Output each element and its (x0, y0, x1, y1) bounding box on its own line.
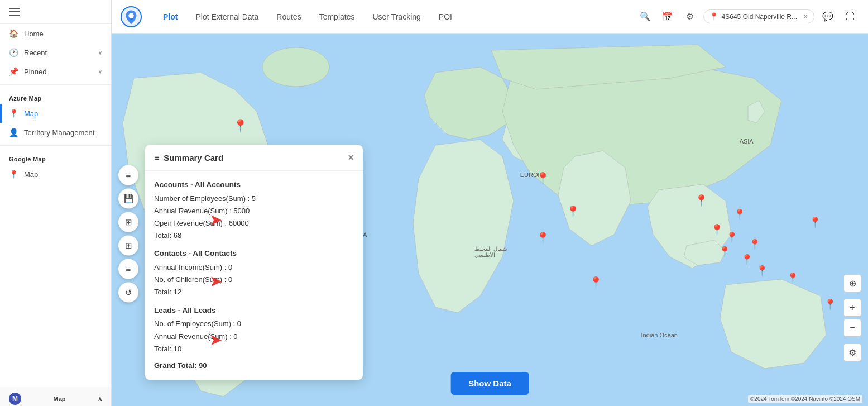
tool-table3[interactable]: ⊞ (118, 235, 138, 255)
contacts-field-1: Annual Income(Sum) : 0 (154, 261, 354, 274)
map-google-icon: 📍 (9, 170, 18, 179)
divider (0, 84, 111, 85)
tool-list2[interactable]: ≡ (118, 259, 138, 279)
pin-icon: 📌 (9, 67, 18, 76)
pin-pacific2: 📍 (809, 216, 821, 228)
sidebar-item-label: Territory Management (24, 128, 94, 137)
nav-link-plot-external[interactable]: Plot External Data (188, 8, 266, 26)
accounts-field-1: Number of Employees(Sum) : 5 (154, 193, 354, 205)
nav-links: Plot Plot External Data Routes Templates… (155, 8, 636, 26)
chat-button[interactable]: 💬 (819, 8, 837, 26)
settings-map-button[interactable]: ⚙ (843, 343, 861, 361)
contacts-section-title: Contacts - All Contacts (154, 247, 354, 260)
sidebar-item-label: Map (24, 109, 38, 118)
sidebar-header (0, 0, 111, 24)
sidebar-item-map-google[interactable]: 📍 Map (0, 165, 111, 184)
territory-icon: 👤 (9, 128, 18, 137)
summary-card-header: ≡ Summary Card × (145, 145, 363, 171)
arrow-3: ➤ (209, 332, 222, 348)
contacts-field-2: No. of Children(Sum) : 0 (154, 274, 354, 286)
arrow-2: ➤ (209, 274, 222, 289)
zoom-out-button[interactable]: − (843, 319, 861, 337)
divider (0, 145, 111, 146)
chevron-icon: ∨ (98, 50, 102, 56)
address-text: 4S645 Old Naperville R... (722, 13, 797, 21)
map-tools: ≡ 💾 ⊞ ⊞ ≡ ↺ (118, 165, 138, 302)
logo (121, 6, 142, 27)
hamburger-menu[interactable] (9, 8, 102, 16)
pin-africa-w: 📍 (536, 231, 550, 245)
map-icon: 📍 (9, 109, 18, 118)
sidebar-item-label: Recent (24, 49, 47, 57)
pin-pacific1: 📍 (787, 272, 799, 284)
sidebar-item-recent[interactable]: 🕐 Recent ∨ (0, 43, 111, 62)
tool-list[interactable]: ≡ (118, 165, 138, 185)
pin-india1: 📍 (694, 194, 708, 207)
show-data-button[interactable]: Show Data (450, 372, 529, 395)
sidebar-item-map-azure[interactable]: 📍 Map (0, 104, 111, 123)
map-container[interactable]: NORTH AMERICA SOUTH AMERICA EUROPE ASIA … (112, 34, 868, 406)
accounts-section-title: Accounts - All Accounts (154, 179, 354, 192)
pin-africa-e: 📍 (589, 276, 603, 289)
nav-link-poi[interactable]: POI (431, 8, 460, 26)
nav-link-routes[interactable]: Routes (268, 8, 309, 26)
nav-link-templates[interactable]: Templates (311, 8, 363, 26)
pin-se-asia3: 📍 (733, 208, 746, 221)
tool-save[interactable]: 💾 (118, 188, 138, 208)
pin-se-asia2: 📍 (726, 231, 738, 243)
sidebar-item-label: Pinned (24, 68, 46, 76)
location-button[interactable]: ⊕ (843, 274, 861, 292)
sidebar-item-pinned[interactable]: 📌 Pinned ∨ (0, 62, 111, 81)
bottom-section: M Map ∧ (0, 387, 111, 406)
sidebar: 🏠 Home 🕐 Recent ∨ 📌 Pinned ∨ Azure Map 📍… (0, 0, 112, 406)
calendar-button[interactable]: 📅 (659, 8, 677, 26)
main-content: Plot Plot External Data Routes Templates… (112, 0, 868, 406)
contacts-total: Total: 12 (154, 286, 354, 298)
accounts-field-2: Annual Revenue(Sum) : 5000 (154, 205, 354, 217)
accounts-field-3: Open Revenue(Sum) : 60000 (154, 217, 354, 230)
bottom-avatar: M (9, 393, 21, 405)
accounts-total: Total: 68 (154, 230, 354, 242)
tool-table2[interactable]: ⊞ (118, 212, 138, 232)
topnav: Plot Plot External Data Routes Templates… (112, 0, 868, 34)
svg-point-3 (262, 47, 329, 87)
zoom-in-button[interactable]: + (843, 299, 861, 317)
pin-europe: 📍 (536, 171, 550, 185)
header-left: ≡ Summary Card (154, 153, 223, 163)
address-pin-icon: 📍 (709, 12, 718, 21)
chevron-icon: ∨ (98, 69, 102, 75)
tool-refresh[interactable]: ↺ (118, 282, 138, 302)
google-map-section-label: Google Map (0, 149, 111, 165)
list-icon: ≡ (154, 153, 159, 163)
nav-link-plot[interactable]: Plot (155, 8, 185, 26)
pin-india2: 📍 (710, 223, 724, 237)
summary-card-body: Accounts - All Accounts Number of Employ… (145, 171, 363, 380)
sidebar-item-territory-management[interactable]: 👤 Territory Management (0, 123, 111, 142)
home-icon: 🏠 (9, 29, 18, 38)
map-copyright: ©2024 TomTom ©2024 Navinfo ©2024 OSM (748, 395, 862, 403)
sidebar-item-home[interactable]: 🏠 Home (0, 24, 111, 43)
pin-se-asia1: 📍 (718, 246, 731, 258)
pin-alaska: 📍 (233, 119, 248, 133)
pin-se-asia5: 📍 (749, 238, 761, 251)
nav-link-user-tracking[interactable]: User Tracking (365, 8, 428, 26)
sidebar-item-label: Map (24, 170, 38, 179)
map-controls: ⊕ + − ⚙ (843, 274, 861, 361)
bottom-chevron[interactable]: ∧ (98, 395, 102, 403)
arrow-1: ➤ (209, 212, 222, 228)
pin-africa-m: 📍 (566, 205, 580, 218)
search-button[interactable]: 🔍 (636, 8, 654, 26)
sidebar-item-label: Home (24, 30, 44, 38)
address-close-icon[interactable]: ✕ (803, 13, 808, 21)
summary-card-title: Summary Card (164, 153, 223, 163)
pin-pacific3: 📍 (824, 298, 836, 311)
address-bar[interactable]: 📍 4S645 Old Naperville R... ✕ (703, 9, 814, 23)
nav-actions: 🔍 📅 ⚙ 📍 4S645 Old Naperville R... ✕ 💬 ⛶ (636, 8, 859, 26)
recent-icon: 🕐 (9, 48, 18, 57)
settings-button[interactable]: ⚙ (681, 8, 699, 26)
summary-card: ≡ Summary Card × Accounts - All Accounts… (145, 145, 363, 380)
pin-se-asia4: 📍 (741, 254, 753, 266)
expand-button[interactable]: ⛶ (841, 8, 859, 26)
close-button[interactable]: × (348, 152, 354, 164)
leads-total: Total: 10 (154, 343, 354, 355)
